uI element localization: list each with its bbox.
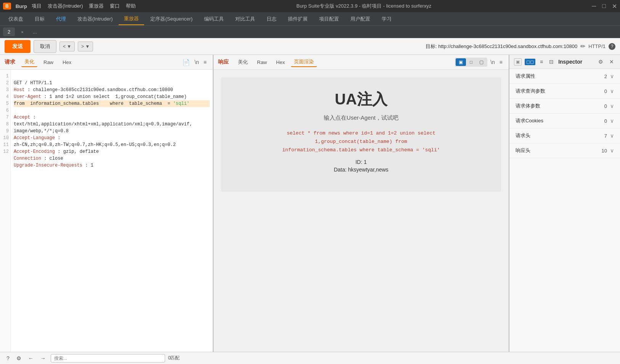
tab-learn[interactable]: 学习 bbox=[376, 13, 397, 25]
inspector-row-arrow-1: ∨ bbox=[610, 88, 614, 94]
target-url: http://challenge-3c685cc2131c90ed.sandbo… bbox=[438, 43, 577, 49]
menu-project[interactable]: 项目 bbox=[32, 3, 42, 10]
main-content: 请求 美化 Raw Hex 📄 \n ≡ 123456789101112 GET… bbox=[0, 55, 620, 352]
close-tab-icon[interactable]: × bbox=[16, 28, 28, 36]
request-tab-beautify[interactable]: 美化 bbox=[21, 57, 37, 67]
request-icon-doc[interactable]: 📄 bbox=[181, 58, 191, 67]
tab-target[interactable]: 目标 bbox=[29, 13, 50, 25]
help-bottom-icon[interactable]: ? bbox=[5, 354, 11, 362]
line-numbers: 123456789101112 bbox=[0, 70, 11, 352]
tab-intruder[interactable]: 攻击器(Intruder) bbox=[72, 13, 118, 25]
tab-encoder[interactable]: 编码工具 bbox=[199, 13, 229, 25]
title-bar: B Burp 项目 攻击器(Intruder) 重放器 窗口 帮助 Burp S… bbox=[0, 0, 620, 12]
search-input[interactable] bbox=[51, 354, 165, 362]
tab-proxy[interactable]: 代理 bbox=[51, 13, 71, 25]
inspector-row-query-params[interactable]: 请求查询参数 0 ∨ bbox=[509, 84, 620, 99]
request-line-12: Upgrade-Insecure-Requests : 1 bbox=[14, 163, 93, 168]
request-line-5: Accept : bbox=[14, 115, 36, 120]
inspector-header: ▣ ▢▢ ≡ ⊟ Inspector ⚙ ✕ bbox=[509, 55, 620, 69]
inspector-view-btn-1[interactable]: ▣ bbox=[514, 58, 522, 66]
tab-sequencer[interactable]: 定序器(Sequencer) bbox=[145, 13, 198, 25]
menu-bar: 项目 攻击器(Intruder) 重放器 窗口 帮助 bbox=[32, 3, 136, 10]
rendered-sql-code: select * from news where id=1 and 1=2 un… bbox=[236, 129, 486, 154]
inspector-row-label-0: 请求属性 bbox=[516, 73, 604, 80]
request-line-9: zh-CN,zh;q=0.8,zh-TW;q=0.7,zh-HK;q=0.5,e… bbox=[14, 142, 176, 148]
rendered-content-box: UA注入 输入点在User-Agent，试试吧 select * from ne… bbox=[221, 77, 501, 192]
response-tab-render[interactable]: 页面渲染 bbox=[291, 57, 317, 67]
rendered-id: ID: 1 bbox=[236, 159, 486, 165]
tab-comparer[interactable]: 对比工具 bbox=[230, 13, 260, 25]
menu-repeater[interactable]: 重放器 bbox=[89, 3, 104, 10]
edit-target-icon[interactable]: ✏ bbox=[580, 43, 585, 50]
inspector-row-count-3: 0 bbox=[604, 118, 607, 124]
inspector-panel: ▣ ▢▢ ≡ ⊟ Inspector ⚙ ✕ 请求属性 2 ∨ 请求查询参数 0… bbox=[509, 55, 620, 352]
response-tab-hex[interactable]: Hex bbox=[273, 58, 288, 66]
view-btn-split[interactable]: ▣ bbox=[456, 58, 466, 66]
menu-help[interactable]: 帮助 bbox=[126, 3, 136, 10]
inspector-row-request-attributes[interactable]: 请求属性 2 ∨ bbox=[509, 69, 620, 84]
inspector-row-arrow-4: ∨ bbox=[610, 133, 614, 139]
minimize-button[interactable]: ─ bbox=[592, 3, 596, 10]
repeater-toolbar: 发送 取消 < ▼ > ▼ 目标: http://challenge-3c685… bbox=[0, 38, 620, 55]
inspector-row-label-5: 响应头 bbox=[516, 147, 602, 154]
inspector-gear-icon[interactable]: ⚙ bbox=[597, 58, 605, 66]
inspector-row-label-3: 请求Cookies bbox=[516, 117, 604, 124]
target-label: 目标: bbox=[426, 43, 438, 49]
inspector-row-label-1: 请求查询参数 bbox=[516, 88, 604, 95]
inspector-align-icon[interactable]: ≡ bbox=[538, 58, 545, 66]
request-panel: 请求 美化 Raw Hex 📄 \n ≡ 123456789101112 GET… bbox=[0, 55, 214, 352]
request-icon-menu[interactable]: ≡ bbox=[202, 58, 208, 66]
inspector-row-request-headers[interactable]: 请求头 7 ∨ bbox=[509, 128, 620, 143]
prev-button[interactable]: < ▼ bbox=[59, 42, 75, 51]
request-line-11: Connection : close bbox=[14, 156, 63, 161]
request-panel-title: 请求 bbox=[5, 59, 15, 66]
tab-logger[interactable]: 日志 bbox=[261, 13, 282, 25]
rendered-area: UA注入 输入点在User-Agent，试试吧 select * from ne… bbox=[214, 70, 509, 352]
view-btn-alt[interactable]: ▢ bbox=[476, 58, 487, 66]
request-code-content[interactable]: GET / HTTP/1.1 Host : challenge-3c685cc2… bbox=[11, 70, 213, 352]
tab-dashboard[interactable]: 仪表盘 bbox=[3, 13, 29, 25]
inspector-row-response-headers[interactable]: 响应头 10 ∨ bbox=[509, 143, 620, 158]
send-button[interactable]: 发送 bbox=[5, 40, 31, 53]
request-tab-raw[interactable]: Raw bbox=[40, 58, 56, 66]
settings-bottom-icon[interactable]: ⚙ bbox=[14, 354, 23, 362]
repeater-tab-2[interactable]: 2 bbox=[3, 27, 15, 36]
inspector-row-cookies[interactable]: 请求Cookies 0 ∨ bbox=[509, 114, 620, 128]
tab-extensions[interactable]: 插件扩展 bbox=[283, 13, 313, 25]
tab-user-options[interactable]: 用户配置 bbox=[345, 13, 376, 25]
inspector-filter-icon[interactable]: ⊟ bbox=[548, 58, 555, 66]
inspector-row-arrow-0: ∨ bbox=[610, 73, 614, 79]
view-btn-single[interactable]: □ bbox=[467, 58, 475, 66]
cancel-button[interactable]: 取消 bbox=[34, 40, 56, 53]
response-tab-beautify[interactable]: 美化 bbox=[235, 58, 251, 67]
inspector-view-btn-2[interactable]: ▢▢ bbox=[525, 59, 535, 65]
inspector-title: Inspector bbox=[558, 59, 594, 65]
maximize-button[interactable]: □ bbox=[602, 3, 606, 10]
request-icon-newline[interactable]: \n bbox=[193, 58, 201, 66]
menu-intruder[interactable]: 攻击器(Intruder) bbox=[48, 3, 83, 10]
tab-repeater[interactable]: 重放器 bbox=[119, 13, 144, 25]
request-line-10: Accept-Encoding : gzip, deflate bbox=[14, 149, 99, 154]
help-icon[interactable]: ? bbox=[609, 43, 615, 50]
inspector-close-icon[interactable]: ✕ bbox=[608, 58, 615, 66]
more-tabs[interactable]: ... bbox=[30, 27, 40, 36]
response-icon-newline[interactable]: \n bbox=[489, 58, 496, 66]
request-line-4: from information_schema.tables where tab… bbox=[14, 100, 210, 107]
app-name: Burp bbox=[16, 3, 27, 9]
request-line-1: GET / HTTP/1.1 bbox=[14, 80, 52, 86]
menu-window[interactable]: 窗口 bbox=[110, 3, 120, 10]
inspector-row-label-2: 请求体参数 bbox=[516, 103, 604, 109]
app-title: Burp Suite专业版 v2022.3.9 - 临时项目 - license… bbox=[140, 3, 587, 10]
back-bottom-icon[interactable]: ← bbox=[26, 354, 35, 362]
inspector-row-body-params[interactable]: 请求体参数 0 ∨ bbox=[509, 99, 620, 114]
next-button[interactable]: > ▼ bbox=[78, 42, 93, 51]
forward-bottom-icon[interactable]: → bbox=[39, 354, 48, 362]
response-icon-menu[interactable]: ≡ bbox=[498, 58, 504, 66]
request-tab-hex[interactable]: Hex bbox=[59, 58, 74, 66]
main-tab-bar: 仪表盘 目标 代理 攻击器(Intruder) 重放器 定序器(Sequence… bbox=[0, 12, 620, 26]
response-tab-raw[interactable]: Raw bbox=[254, 58, 270, 66]
close-button[interactable]: ✕ bbox=[612, 3, 617, 10]
request-line-6: text/html,application/xhtml+xml,applicat… bbox=[14, 122, 192, 127]
rendered-data: Data: hksyewtyar,news bbox=[236, 167, 486, 173]
tab-project-options[interactable]: 项目配置 bbox=[314, 13, 344, 25]
